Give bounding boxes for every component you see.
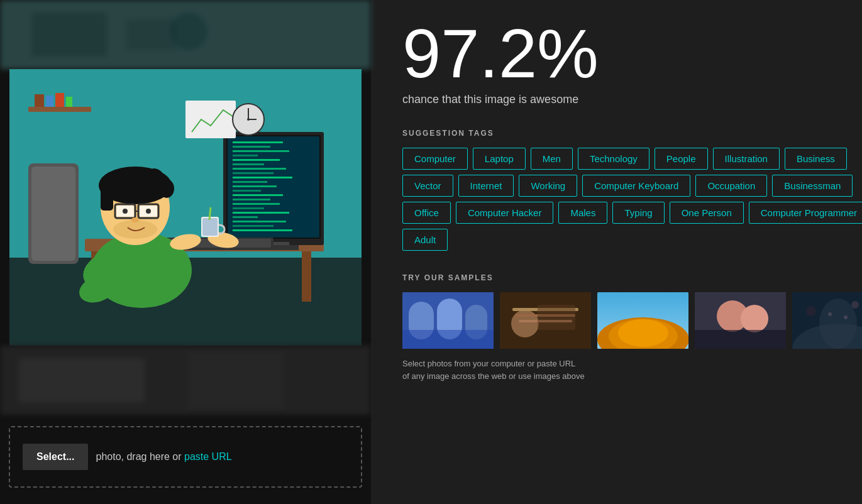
suggestion-tag[interactable]: Working — [519, 175, 577, 197]
suggestion-tag[interactable]: People — [655, 148, 708, 170]
svg-rect-70 — [35, 94, 44, 107]
upload-dropzone[interactable]: Select... photo, drag here or paste URL — [9, 426, 362, 488]
sample-thumb-2[interactable] — [500, 292, 591, 349]
svg-rect-25 — [233, 194, 283, 196]
suggestion-tag[interactable]: Computer Hacker — [456, 202, 554, 224]
svg-point-47 — [159, 179, 174, 198]
suggestion-tag[interactable]: Technology — [578, 148, 649, 170]
svg-rect-33 — [233, 229, 292, 231]
svg-point-3 — [170, 13, 207, 50]
svg-rect-1 — [31, 13, 107, 57]
main-image — [9, 69, 362, 346]
svg-rect-32 — [233, 225, 274, 227]
select-button[interactable]: Select... — [23, 444, 88, 470]
svg-rect-73 — [66, 97, 72, 107]
image-preview-bottom — [0, 346, 371, 415]
suggestion-tag[interactable]: Businessman — [772, 175, 853, 197]
svg-rect-17 — [233, 159, 280, 161]
upload-text: photo, drag here or paste URL — [96, 451, 231, 463]
tags-container: ComputerLaptopMenTechnologyPeopleIllustr… — [402, 148, 862, 251]
suggestion-tag[interactable]: Office — [402, 202, 451, 224]
paste-url-link[interactable]: paste URL — [184, 451, 232, 462]
samples-section: TRY OUR SAMPLES — [402, 273, 862, 382]
svg-rect-29 — [233, 212, 289, 214]
svg-rect-62 — [202, 218, 218, 236]
svg-rect-69 — [28, 107, 91, 112]
sample-thumb-3[interactable] — [597, 292, 688, 349]
suggestion-tags-label: SUGGESTION TAGS — [402, 129, 862, 138]
suggestion-tag[interactable]: Computer Keyboard — [582, 175, 690, 197]
sample-thumb-1[interactable] — [402, 292, 494, 349]
left-panel: Select... photo, drag here or paste URL — [0, 0, 371, 504]
samples-images — [402, 292, 862, 349]
svg-point-53 — [123, 209, 128, 214]
suggestion-tag[interactable]: Internet — [458, 175, 514, 197]
svg-point-55 — [113, 220, 157, 239]
svg-point-94 — [741, 305, 768, 332]
svg-rect-13 — [233, 141, 283, 143]
svg-rect-16 — [233, 155, 258, 156]
suggestion-tag[interactable]: One Person — [670, 202, 744, 224]
svg-rect-21 — [233, 177, 292, 178]
suggestion-tag[interactable]: Computer Programmer — [749, 202, 862, 224]
svg-rect-28 — [233, 207, 264, 209]
suggestion-tag[interactable]: Laptop — [473, 148, 526, 170]
svg-rect-87 — [538, 305, 575, 330]
suggestion-tag[interactable]: Adult — [402, 229, 448, 251]
suggestion-tag[interactable]: Typing — [612, 202, 664, 224]
right-panel: 97.2% chance that this image is awesome … — [371, 0, 862, 504]
svg-point-44 — [107, 173, 126, 198]
svg-rect-75 — [19, 358, 145, 402]
suggestion-tag[interactable]: Men — [531, 148, 573, 170]
svg-point-104 — [844, 315, 848, 319]
sample-thumb-4[interactable] — [695, 292, 786, 349]
svg-rect-30 — [233, 216, 258, 218]
svg-rect-23 — [233, 185, 277, 187]
svg-point-91 — [618, 319, 668, 347]
svg-rect-71 — [46, 96, 53, 107]
svg-rect-18 — [233, 163, 264, 165]
awesome-percentage: 97.2% — [402, 19, 862, 88]
svg-rect-24 — [233, 190, 261, 192]
svg-rect-2 — [126, 19, 176, 50]
image-preview-top — [0, 0, 371, 69]
svg-point-54 — [146, 209, 151, 214]
svg-rect-95 — [695, 330, 786, 349]
try-samples-label: TRY OUR SAMPLES — [402, 273, 862, 282]
svg-rect-22 — [233, 181, 267, 183]
svg-rect-31 — [233, 221, 286, 222]
svg-rect-64 — [185, 101, 236, 138]
awesome-subtitle: chance that this image is awesome — [402, 93, 862, 106]
sample-thumb-5[interactable] — [792, 292, 862, 349]
svg-point-83 — [511, 310, 539, 337]
suggestion-tag[interactable]: Males — [558, 202, 607, 224]
svg-rect-14 — [233, 146, 270, 148]
svg-rect-81 — [402, 330, 494, 349]
svg-rect-15 — [233, 150, 289, 152]
svg-point-100 — [806, 306, 816, 316]
svg-rect-72 — [55, 93, 64, 107]
suggestion-tag[interactable]: Occupation — [695, 175, 767, 197]
svg-point-102 — [819, 299, 857, 349]
svg-rect-26 — [233, 199, 270, 200]
svg-rect-20 — [233, 172, 274, 174]
suggestion-tag[interactable]: Illustration — [713, 148, 780, 170]
svg-rect-76 — [189, 352, 283, 408]
suggestion-tag[interactable]: Business — [785, 148, 847, 170]
svg-point-103 — [828, 312, 832, 316]
suggestion-tag[interactable]: Computer — [402, 148, 468, 170]
svg-line-63 — [209, 207, 211, 220]
svg-rect-27 — [233, 203, 280, 205]
svg-point-56 — [131, 217, 139, 222]
svg-rect-9 — [302, 251, 311, 302]
svg-rect-19 — [233, 168, 286, 170]
svg-rect-39 — [31, 167, 75, 261]
samples-description: Select photos from your computer or past… — [402, 358, 862, 382]
suggestion-tag[interactable]: Vector — [402, 175, 453, 197]
